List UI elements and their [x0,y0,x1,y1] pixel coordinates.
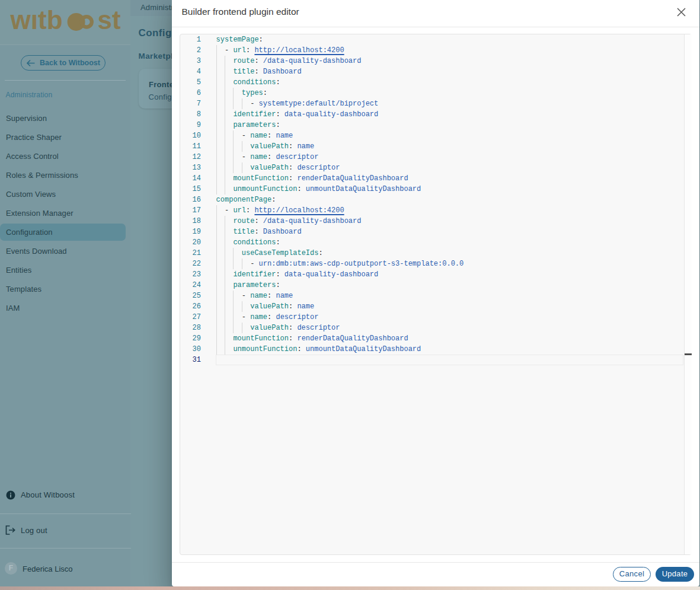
svg-text:st: st [98,7,121,34]
svg-text:wıtb: wıtb [10,7,63,34]
